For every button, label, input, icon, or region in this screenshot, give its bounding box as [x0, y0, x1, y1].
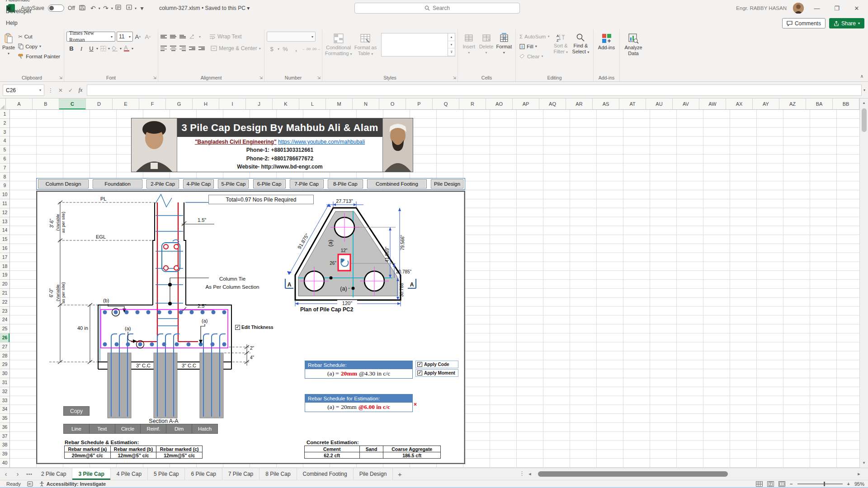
- column-header[interactable]: AV: [673, 99, 699, 109]
- expand-formula-bar-icon[interactable]: ▾: [863, 88, 865, 92]
- column-header[interactable]: Q: [433, 99, 459, 109]
- sheet-nav-forward-icon[interactable]: ›: [12, 468, 24, 480]
- gallery-expand-icon[interactable]: ⊽: [448, 48, 455, 56]
- font-family-select[interactable]: Times New Roman▾: [66, 32, 115, 42]
- paste-button[interactable]: Paste▾: [2, 32, 15, 56]
- column-header[interactable]: R: [459, 99, 486, 109]
- fill-button[interactable]: Fill ▾: [518, 42, 551, 51]
- row-header[interactable]: 23: [0, 307, 9, 316]
- nav-button[interactable]: Column Design: [38, 179, 89, 188]
- document-title[interactable]: column-327.xlsm • Saved to this PC ▾: [159, 5, 250, 11]
- row-header[interactable]: 31: [0, 378, 9, 387]
- row-header[interactable]: 22: [0, 298, 9, 307]
- autosum-button[interactable]: Σ AutoSum ▾: [518, 32, 551, 41]
- row-header[interactable]: 34: [0, 405, 9, 414]
- align-left-icon[interactable]: [160, 45, 167, 52]
- autosave-toggle[interactable]: [48, 5, 64, 12]
- scroll-up-icon[interactable]: ▴: [863, 99, 865, 107]
- nav-button[interactable]: Pile Design: [431, 179, 463, 188]
- row-header[interactable]: 24: [0, 315, 9, 324]
- minimize-button[interactable]: —: [810, 5, 824, 12]
- row-header[interactable]: 30: [0, 369, 9, 378]
- row-header[interactable]: 12: [0, 208, 9, 217]
- column-header[interactable]: G: [166, 99, 193, 109]
- column-header[interactable]: I: [219, 99, 246, 109]
- row-header[interactable]: 28: [0, 352, 9, 361]
- sheet-tab[interactable]: 2 Pile Cap: [35, 468, 72, 480]
- row-header[interactable]: 11: [0, 199, 9, 208]
- ribbon-tab[interactable]: Developer: [0, 6, 43, 18]
- zoom-slider[interactable]: [797, 483, 843, 484]
- nav-button[interactable]: 8-Pile Cap: [328, 179, 363, 188]
- nav-button[interactable]: Combined Footing: [367, 179, 427, 188]
- italic-button[interactable]: I: [76, 44, 86, 53]
- conditional-formatting-button[interactable]: ConditionalFormatting ▾: [325, 32, 353, 56]
- currency-format-button[interactable]: $: [267, 44, 277, 54]
- copy-button[interactable]: Copy ▾: [17, 42, 61, 51]
- column-header[interactable]: AW: [699, 99, 726, 109]
- row-header[interactable]: 17: [0, 253, 9, 262]
- analyze-data-button[interactable]: AnalyzeData: [622, 32, 645, 56]
- sheet-tab[interactable]: 7 Pile Cap: [222, 468, 259, 480]
- row-header[interactable]: 7: [0, 164, 9, 173]
- row-header[interactable]: 27: [0, 343, 9, 352]
- gallery-up-icon[interactable]: ▴: [448, 33, 455, 41]
- row-header[interactable]: 38: [0, 441, 9, 450]
- row-header[interactable]: 18: [0, 262, 9, 271]
- sheet-tab[interactable]: 5 Pile Cap: [148, 468, 185, 480]
- column-header[interactable]: N: [353, 99, 379, 109]
- select-all-corner[interactable]: [0, 99, 6, 110]
- delete-cells-button[interactable]: Delete▾: [477, 32, 495, 55]
- column-header[interactable]: A: [6, 99, 33, 109]
- restore-button[interactable]: ❐: [830, 5, 844, 12]
- apply-moment-checkbox[interactable]: ✓ Apply Moment: [415, 369, 458, 377]
- horizontal-scroll-thumb[interactable]: [538, 471, 728, 477]
- page-layout-view-icon[interactable]: [767, 481, 774, 487]
- column-header[interactable]: AX: [726, 99, 753, 109]
- column-header[interactable]: AS: [593, 99, 619, 109]
- font-color-button[interactable]: A: [122, 44, 132, 53]
- column-header[interactable]: AU: [646, 99, 673, 109]
- horizontal-scrollbar[interactable]: ◄ ►: [527, 470, 862, 478]
- row-header[interactable]: 13: [0, 217, 9, 226]
- column-header[interactable]: P: [406, 99, 433, 109]
- page-break-view-icon[interactable]: [778, 481, 785, 487]
- customize-toolbar-icon[interactable]: [124, 5, 135, 12]
- save-icon[interactable]: [77, 5, 88, 12]
- find-select-button[interactable]: Find &Select ▾: [571, 32, 591, 54]
- column-header[interactable]: E: [113, 99, 139, 109]
- cell-styles-gallery[interactable]: ▴▾⊽: [381, 33, 455, 56]
- sheet-tab[interactable]: 8 Pile Cap: [259, 468, 297, 480]
- apply-code-checkbox[interactable]: ✓ Apply Code: [415, 361, 458, 368]
- redo-icon[interactable]: ↷: [100, 5, 111, 12]
- align-right-icon[interactable]: [179, 45, 186, 52]
- row-header[interactable]: 37: [0, 432, 9, 441]
- sheet-tab[interactable]: Pile Design: [354, 468, 393, 480]
- merge-center-button[interactable]: Merge & Center▾: [211, 45, 261, 52]
- decrease-indent-icon[interactable]: [189, 46, 195, 51]
- sheet-nav-back-icon[interactable]: ‹: [0, 468, 12, 480]
- row-header[interactable]: 40: [0, 459, 9, 468]
- insert-cells-button[interactable]: Insert▾: [460, 32, 477, 55]
- column-header[interactable]: AQ: [539, 99, 566, 109]
- borders-button[interactable]: [98, 44, 108, 53]
- normal-view-icon[interactable]: [756, 481, 763, 487]
- sheet-tab[interactable]: Combined Footing: [297, 468, 354, 480]
- row-header[interactable]: 25: [0, 324, 9, 333]
- drawing-tool-button[interactable]: Line: [63, 424, 90, 434]
- row-header[interactable]: 20: [0, 280, 9, 289]
- nav-button[interactable]: 5-Pile Cap: [218, 179, 249, 188]
- number-format-select[interactable]: ▾: [267, 32, 316, 42]
- drawing-tool-button[interactable]: Text: [90, 424, 115, 434]
- row-header[interactable]: 19: [0, 271, 9, 280]
- formula-input[interactable]: [87, 84, 862, 96]
- row-header[interactable]: 4: [0, 136, 9, 145]
- cancel-entry-icon[interactable]: ✕: [56, 87, 65, 94]
- ribbon-tab[interactable]: Help: [0, 18, 43, 29]
- drawing-tool-button[interactable]: Dim: [166, 424, 192, 434]
- grow-font-button[interactable]: A˄: [133, 32, 143, 42]
- row-header[interactable]: 16: [0, 244, 9, 253]
- wrap-text-button[interactable]: Wrap Text: [209, 33, 242, 40]
- close-button[interactable]: ✕: [850, 5, 863, 12]
- confirm-entry-icon[interactable]: ✓: [66, 87, 75, 94]
